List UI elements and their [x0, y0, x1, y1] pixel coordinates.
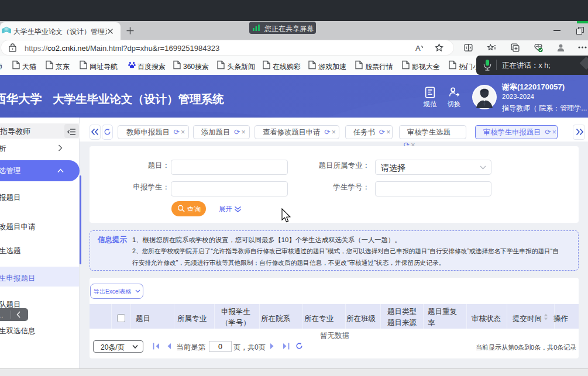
svg-text:A: A — [415, 44, 421, 53]
